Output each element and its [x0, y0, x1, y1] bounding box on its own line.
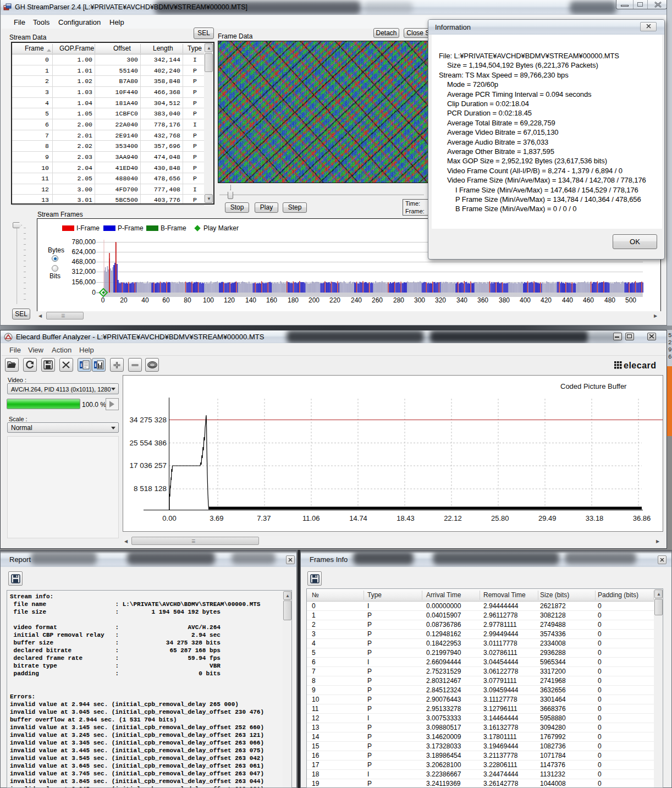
svg-text:elecard: elecard — [624, 361, 657, 370]
svg-text:36.86: 36.86 — [633, 514, 651, 522]
svg-text:7.37: 7.37 — [257, 514, 271, 522]
svg-text:25.80: 25.80 — [491, 514, 509, 522]
svg-text:34 275 328: 34 275 328 — [129, 416, 167, 424]
svg-text:17 036 257: 17 036 257 — [129, 461, 167, 470]
svg-text:11.06: 11.06 — [302, 514, 320, 522]
svg-text:25 554 386: 25 554 386 — [129, 439, 167, 447]
svg-text:8 518 128: 8 518 128 — [134, 484, 167, 493]
svg-text:29.49: 29.49 — [538, 514, 557, 522]
svg-text:22.12: 22.12 — [444, 514, 462, 522]
svg-text:3.69: 3.69 — [210, 514, 223, 522]
svg-text:0.00: 0.00 — [162, 514, 176, 522]
svg-text:18.43: 18.43 — [396, 514, 415, 522]
svg-text:i: i — [95, 361, 96, 368]
svg-text:i: i — [80, 361, 82, 368]
svg-text:14.74: 14.74 — [349, 514, 367, 522]
svg-text:33.18: 33.18 — [586, 514, 604, 522]
